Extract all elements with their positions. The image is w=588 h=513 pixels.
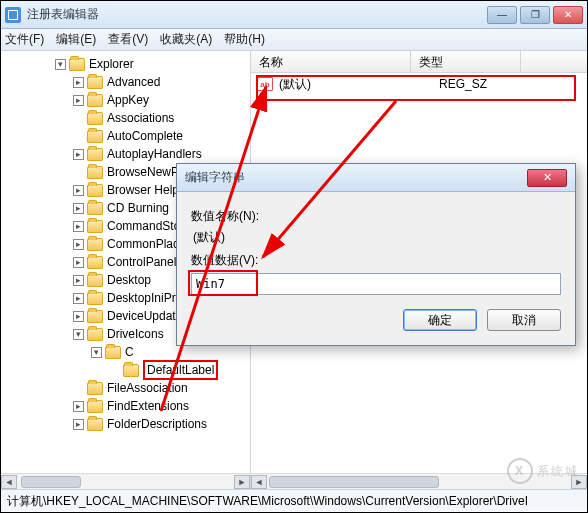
list-header: 名称 类型 — [251, 51, 587, 73]
col-header-type[interactable]: 类型 — [411, 51, 521, 72]
value-name-label: 数值名称(N): — [191, 208, 561, 225]
tree-item-label: DriveIcons — [107, 327, 164, 341]
menu-bar: 文件(F) 编辑(E) 查看(V) 收藏夹(A) 帮助(H) — [1, 29, 587, 51]
menu-help[interactable]: 帮助(H) — [224, 31, 265, 48]
menu-file[interactable]: 文件(F) — [5, 31, 44, 48]
folder-icon — [87, 310, 103, 323]
expand-icon[interactable]: ▾ — [73, 329, 84, 340]
edit-string-dialog: 编辑字符串 ✕ 数值名称(N): (默认) 数值数据(V): 确定 取消 — [176, 163, 576, 346]
scroll-left-icon[interactable]: ◄ — [1, 475, 17, 489]
expand-icon[interactable]: ▸ — [73, 95, 84, 106]
tree-item-label: Desktop — [107, 273, 151, 287]
dialog-buttons: 确定 取消 — [191, 309, 561, 331]
tree-horizontal-scrollbar[interactable]: ◄ ► — [1, 473, 250, 489]
tree-item-label: C — [125, 345, 134, 359]
tree-item[interactable]: FileAssociation — [9, 379, 250, 397]
folder-icon — [105, 346, 121, 359]
scroll-right-icon[interactable]: ► — [234, 475, 250, 489]
folder-icon — [87, 112, 103, 125]
window-titlebar: 注册表编辑器 — ❐ ✕ — [1, 1, 587, 29]
tree-item[interactable]: ▸FolderDescriptions — [9, 415, 250, 433]
status-bar: 计算机\HKEY_LOCAL_MACHINE\SOFTWARE\Microsof… — [1, 489, 587, 511]
tree-item[interactable]: DefaultLabel — [9, 361, 250, 379]
expand-icon[interactable]: ▾ — [91, 347, 102, 358]
status-path: 计算机\HKEY_LOCAL_MACHINE\SOFTWARE\Microsof… — [7, 494, 528, 508]
expand-icon[interactable]: ▸ — [73, 401, 84, 412]
tree-item-label: AutoplayHandlers — [107, 147, 202, 161]
tree-item[interactable]: ▸AutoplayHandlers — [9, 145, 250, 163]
dialog-body: 数值名称(N): (默认) 数值数据(V): 确定 取消 — [177, 192, 575, 345]
no-expand-spacer — [109, 365, 120, 376]
no-expand-spacer — [73, 131, 84, 142]
menu-view[interactable]: 查看(V) — [108, 31, 148, 48]
tree-item-label: FileAssociation — [107, 381, 188, 395]
folder-icon — [87, 220, 103, 233]
scroll-thumb[interactable] — [21, 476, 81, 488]
folder-icon — [87, 76, 103, 89]
expand-icon[interactable]: ▸ — [73, 275, 84, 286]
window-title: 注册表编辑器 — [27, 6, 487, 23]
tree-item-label: AutoComplete — [107, 129, 183, 143]
folder-icon — [87, 94, 103, 107]
folder-icon — [87, 202, 103, 215]
maximize-button[interactable]: ❐ — [520, 6, 550, 24]
cancel-button[interactable]: 取消 — [487, 309, 561, 331]
tree-item[interactable]: ▸FindExtensions — [9, 397, 250, 415]
annotation-frame — [188, 270, 258, 296]
expand-icon[interactable]: ▸ — [73, 185, 84, 196]
folder-icon — [87, 238, 103, 251]
tree-item[interactable]: Associations — [9, 109, 250, 127]
tree-item-label: ControlPanel — [107, 255, 176, 269]
tree-item-label: Explorer — [89, 57, 134, 71]
expand-icon[interactable]: ▸ — [73, 77, 84, 88]
menu-favorites[interactable]: 收藏夹(A) — [160, 31, 212, 48]
folder-icon — [87, 166, 103, 179]
dialog-title: 编辑字符串 — [185, 169, 527, 186]
expand-icon[interactable]: ▸ — [73, 293, 84, 304]
folder-icon — [87, 274, 103, 287]
folder-icon — [87, 148, 103, 161]
tree-item-label: Advanced — [107, 75, 160, 89]
tree-item-label: AppKey — [107, 93, 149, 107]
expand-icon[interactable]: ▸ — [73, 257, 84, 268]
tree-item-label: Associations — [107, 111, 174, 125]
tree-item-label: FolderDescriptions — [107, 417, 207, 431]
expand-icon[interactable]: ▸ — [73, 203, 84, 214]
expand-icon[interactable]: ▸ — [73, 419, 84, 430]
folder-icon — [87, 382, 103, 395]
tree-item-label: DefaultLabel — [147, 363, 214, 377]
tree-item-label: FindExtensions — [107, 399, 189, 413]
expand-icon[interactable]: ▸ — [73, 311, 84, 322]
dialog-titlebar: 编辑字符串 ✕ — [177, 164, 575, 192]
folder-icon — [87, 130, 103, 143]
col-header-name[interactable]: 名称 — [251, 51, 411, 72]
scroll-thumb[interactable] — [269, 476, 439, 488]
expand-icon[interactable]: ▸ — [73, 149, 84, 160]
scroll-left-icon[interactable]: ◄ — [251, 475, 267, 489]
tree-item[interactable]: AutoComplete — [9, 127, 250, 145]
folder-icon — [87, 328, 103, 341]
minimize-button[interactable]: — — [487, 6, 517, 24]
dialog-close-button[interactable]: ✕ — [527, 169, 567, 187]
expand-icon[interactable]: ▸ — [73, 221, 84, 232]
folder-icon — [87, 256, 103, 269]
value-data-label: 数值数据(V): — [191, 252, 561, 269]
expand-icon[interactable]: ▾ — [55, 59, 66, 70]
annotation-frame — [256, 75, 576, 101]
regedit-icon — [5, 7, 21, 23]
value-name-text: (默认) — [191, 229, 561, 246]
menu-edit[interactable]: 编辑(E) — [56, 31, 96, 48]
close-button[interactable]: ✕ — [553, 6, 583, 24]
tree-item-label: CD Burning — [107, 201, 169, 215]
tree-item[interactable]: ▸AppKey — [9, 91, 250, 109]
tree-item[interactable]: ▸Advanced — [9, 73, 250, 91]
no-expand-spacer — [73, 167, 84, 178]
no-expand-spacer — [73, 383, 84, 394]
annotation-frame: DefaultLabel — [143, 360, 218, 380]
tree-item[interactable]: ▾Explorer — [9, 55, 250, 73]
list-horizontal-scrollbar[interactable]: ◄ ► — [251, 473, 587, 489]
expand-icon[interactable]: ▸ — [73, 239, 84, 250]
folder-icon — [123, 364, 139, 377]
scroll-right-icon[interactable]: ► — [571, 475, 587, 489]
ok-button[interactable]: 确定 — [403, 309, 477, 331]
